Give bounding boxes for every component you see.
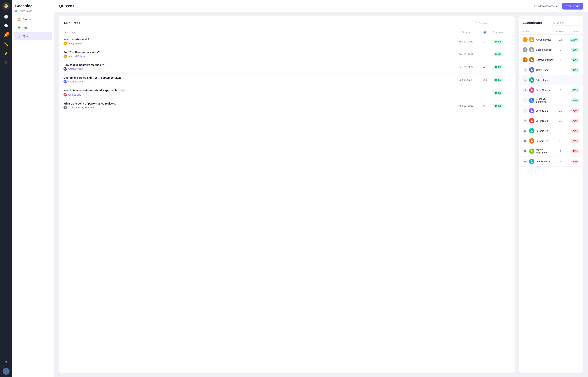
leaderboard-panel: Leaderboard Search Name Quizzes ↓ Score …: [519, 16, 583, 373]
help-nav-icon[interactable]: ?: [2, 359, 10, 366]
table-row[interactable]: How to take a customer-friendly approach…: [59, 86, 515, 99]
leaderboard-row[interactable]: 9 Jerome Bell 11 78%: [519, 116, 583, 126]
rank-circle: 5: [523, 78, 527, 82]
quizzes-search-placeholder: Search: [479, 22, 487, 24]
quiz-title: How to take a customer-friendly approach…: [63, 89, 459, 92]
lb-avatar: [529, 108, 534, 113]
search-icon: [475, 22, 477, 24]
lb-name: Jerome Bell: [536, 140, 549, 142]
author-name: Kristin Watson: [68, 80, 83, 83]
notifications-badge: 8: [6, 32, 9, 35]
quiz-date: Sep 20, 2022: [459, 66, 483, 69]
sidebar-item-sessions[interactable]: 📋 Sessions: [14, 15, 52, 24]
lb-person: 6 Jane Cooper: [523, 87, 555, 93]
table-row[interactable]: What's the point of performance reviews?…: [59, 99, 515, 112]
lb-avatar: [529, 149, 534, 154]
top-bar: Quizzes 🏳️ All workspaces ▾ Create quiz: [54, 0, 588, 12]
lb-score-badge: 48%: [571, 149, 579, 153]
lb-quizzes: 2: [555, 89, 566, 92]
lb-col-quizzes: Quizzes: [555, 30, 566, 33]
lb-score: ···: [566, 78, 579, 82]
create-quiz-button[interactable]: Create quiz: [562, 3, 583, 10]
leaderboard-row[interactable]: 8 Jerome Bell 11 78%: [519, 106, 583, 116]
leaderboard-row[interactable]: 3 Kathryn Murphy 3 96%: [519, 55, 583, 65]
sessions-icon: 📋: [17, 17, 21, 22]
leaderboard-row[interactable]: 19 Guy Hawkins 5 40%: [519, 156, 583, 167]
lb-name: Albert Flores: [536, 79, 550, 82]
messages-nav-icon[interactable]: 💬: [2, 22, 10, 30]
svg-point-5: [531, 69, 532, 70]
author-avatar: JW: [63, 42, 67, 45]
lb-score-badge: 82%: [571, 98, 579, 102]
leaderboard-row[interactable]: 6 Jane Cooper 2 86%: [519, 85, 583, 95]
lb-col-name: Name: [523, 30, 555, 33]
leaderboard-row[interactable]: 7 Brooklyn Simmons 12 82%: [519, 95, 583, 106]
table-row[interactable]: Part 2 — How quizzes work? JB John Bill …: [59, 48, 515, 61]
rank-circle: 3: [523, 57, 527, 62]
leaderboard-row[interactable]: 2 Bessie Cooper 9 98%: [519, 45, 583, 55]
leaderboard-row[interactable]: 12 Marvin McKinney 2 48%: [519, 146, 583, 156]
lb-name: Aaron Howles: [536, 38, 551, 41]
top-bar-right: 🏳️ All workspaces ▾ Create quiz: [531, 3, 583, 10]
quiz-title: What's the point of performance reviews?: [63, 102, 459, 105]
quizzes-search-box[interactable]: Search: [472, 20, 510, 26]
leaderboard-row[interactable]: 10 Jerome Bell 11 78%: [519, 126, 583, 136]
lb-person: 19 Guy Hawkins: [523, 159, 555, 164]
table-row[interactable]: How disputes work? JW Jenny Wilson Sep 1…: [59, 35, 515, 48]
space-name: Silvio's Space: [18, 10, 32, 12]
lb-col-score: ↓ Score: [566, 30, 579, 33]
leaderboard-row[interactable]: 1 Aaron Howles 12 100%: [519, 35, 583, 45]
lb-score-badge: 78%: [571, 129, 579, 133]
lb-score: 98%: [566, 48, 579, 52]
leaderboard-row[interactable]: 4 Cody Fisher 8 96%: [519, 65, 583, 75]
rank-circle: 19: [523, 159, 527, 164]
quiz-participants: -: [483, 91, 493, 94]
leaderboard-row[interactable]: 5 Albert Flores 6 ···: [519, 75, 583, 85]
graduation-nav-icon[interactable]: 🎓: [2, 59, 10, 66]
lb-name: Cody Fisher: [536, 69, 549, 71]
sidebar-item-pins[interactable]: 📌 Pins: [14, 24, 52, 32]
lb-score-badge: 98%: [571, 48, 579, 52]
quiz-title: How to give negative feedback?: [63, 63, 459, 66]
lb-score: 96%: [566, 68, 579, 72]
score-badge: 100%: [493, 78, 503, 82]
svg-point-9: [531, 109, 532, 111]
lb-quizzes: 11: [555, 130, 566, 132]
user-avatar[interactable]: 👤: [3, 368, 10, 375]
author-name: Courtney Henry Effenson: [68, 106, 94, 109]
edit-nav-icon[interactable]: ✏️: [2, 40, 10, 48]
leaderboard-row[interactable]: 11 Jerome Bell 11 78%: [519, 136, 583, 146]
author-name: Jenny Wilson: [68, 42, 82, 45]
lb-avatar: [529, 138, 534, 143]
lb-quizzes: 11: [555, 109, 566, 112]
notifications-nav-icon[interactable]: 🔔 8: [2, 31, 10, 39]
activity-nav-icon[interactable]: 🕐: [2, 13, 10, 21]
pins-label: Pins: [23, 26, 28, 29]
rank-circle: 4: [523, 67, 527, 72]
workspace-selector[interactable]: 🏳️ All workspaces ▾: [531, 3, 560, 9]
quiz-info: What's the point of performance reviews?…: [63, 102, 459, 109]
rank-circle: 12: [523, 149, 527, 154]
quiz-info: Customer Service Skill Test - September …: [63, 76, 459, 83]
lb-avatar: [529, 98, 534, 103]
lb-score-badge: 40%: [571, 160, 579, 164]
lb-quizzes: 9: [555, 48, 566, 51]
quiz-date: Aug 30, 2022: [459, 104, 483, 107]
table-row[interactable]: Customer Service Skill Test - September …: [59, 73, 515, 86]
sidebar-item-quizzes[interactable]: 📝 Quizzes: [14, 32, 52, 40]
quiz-participants: 235: [483, 78, 493, 81]
lb-name: Kathryn Murphy: [536, 59, 553, 61]
lightning-nav-icon[interactable]: ⚡: [2, 49, 10, 57]
lb-avatar: [529, 118, 534, 123]
lb-avatar: [529, 47, 534, 52]
rank-circle: 7: [523, 98, 527, 103]
score-badge: 100%: [493, 104, 503, 108]
lb-name: Jerome Bell: [536, 130, 549, 132]
leaderboard-search-box[interactable]: Search: [551, 20, 579, 26]
author-name: Andrew Willem: [68, 68, 83, 70]
lb-score: 78%: [566, 129, 579, 133]
quiz-score: 100%: [493, 65, 510, 69]
svg-point-12: [531, 140, 532, 141]
table-row[interactable]: How to give negative feedback? AW Andrew…: [59, 61, 515, 73]
lb-score: 78%: [566, 109, 579, 113]
